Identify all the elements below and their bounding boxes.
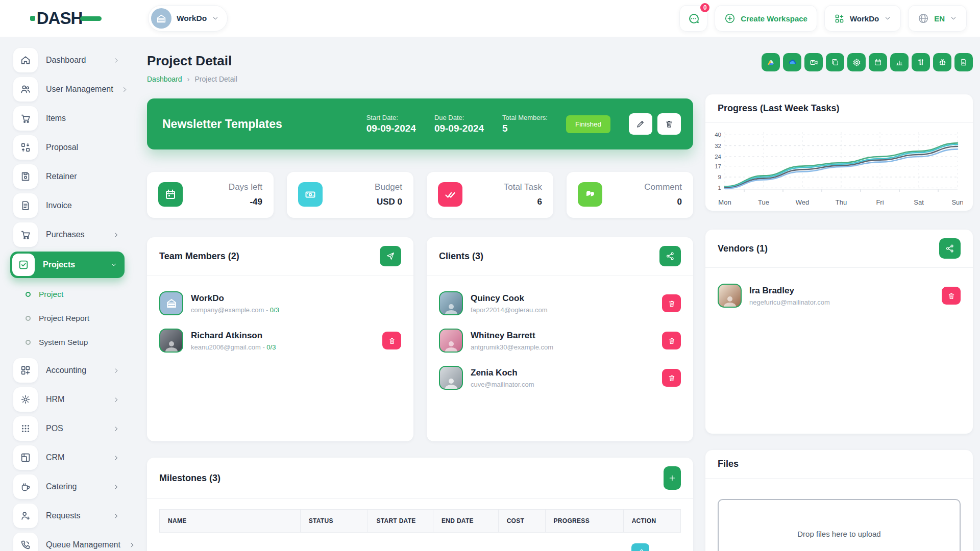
dots-grid-icon [13,416,38,441]
gantt-icon [917,58,925,66]
submenu-item-project-report[interactable]: Project Report [20,306,119,330]
gear-icon [852,58,861,67]
messages-button[interactable]: 0 [679,5,707,32]
bug-report-button[interactable] [933,53,951,71]
invite-member-button[interactable] [380,246,401,266]
copy-button[interactable] [826,53,844,71]
chevron-right-icon [113,484,119,490]
milestone-start-date: 2025-09-27 [368,533,433,551]
submenu-item-system-setup[interactable]: System Setup [20,330,119,354]
milestone-progress: 83% [545,533,623,551]
svg-text:9: 9 [718,174,721,180]
sidebar-item-hrm[interactable]: HRM [13,387,119,412]
workspace-menu-button[interactable]: WorkDo [824,5,901,32]
create-workspace-button[interactable]: Create Workspace [715,5,817,32]
project-status-badge: Finished [566,115,610,133]
target-icon [13,387,38,412]
onedrive-button[interactable] [783,53,801,71]
member-name: WorkDo [191,293,401,304]
delete-client-button[interactable] [662,294,681,312]
stat-card-days-left: Days left -49 [147,172,274,218]
share-vendors-button[interactable] [939,238,961,259]
workspace-switcher[interactable]: WorkDo [148,5,228,32]
calendar-button[interactable] [869,53,887,71]
file-report-icon [960,58,968,66]
share-clients-button[interactable] [659,246,681,266]
edit-project-button[interactable] [629,113,652,135]
milestones-panel: Milestones (3) NAME STATUS START DATE [147,458,693,551]
sidebar-item-pos[interactable]: POS [13,416,119,441]
main-content: Project Detail Dashboard › Project Detai… [132,37,980,551]
sidebar-item-accounting[interactable]: Accounting [13,358,119,383]
breadcrumb-dashboard-link[interactable]: Dashboard [147,75,182,83]
chevron-right-icon [113,57,119,64]
submenu-item-project[interactable]: Project [20,282,119,306]
chevron-down-icon [950,15,957,22]
sidebar-item-purchases[interactable]: Purchases [13,222,119,247]
member-email: company@example.com - 0/3 [191,306,401,314]
avatar [439,291,463,315]
svg-text:Sun: Sun [951,198,963,206]
avatar [159,291,183,315]
client-row: Quincy Cook fapor22014@oglerau.com [439,285,681,322]
report-file-button[interactable] [954,53,973,71]
stat-card-total-task: Total Task 6 [427,172,553,218]
delete-client-button[interactable] [662,332,681,349]
breadcrumb: Dashboard › Project Detail [147,74,693,83]
building-icon [156,13,167,24]
language-selector[interactable]: EN [908,5,967,32]
delete-project-button[interactable] [657,113,681,135]
delete-member-button[interactable] [382,332,401,349]
analytics-button[interactable] [890,53,909,71]
share-icon [945,244,954,253]
progress-chart: 4032241791MonTueWedThuFriSatSun [707,127,963,209]
workspace-menu-label: WorkDo [850,14,879,23]
edit-milestone-button[interactable] [631,543,649,551]
total-members-value: 5 [502,123,548,134]
sidebar-item-dashboard[interactable]: Dashboard [13,48,119,72]
coffee-icon [13,474,38,499]
logo-text: DASH [37,9,83,28]
client-row: Zenia Koch cuve@mailinator.com [439,359,681,396]
sidebar-item-projects[interactable]: Projects [10,252,125,278]
sidebar-item-crm[interactable]: CRM [13,445,119,470]
sidebar-item-requests[interactable]: Requests [13,504,119,528]
stat-label: Comment [644,182,682,192]
plus-icon [668,474,676,482]
total-members-label: Total Members: [502,114,548,121]
svg-text:1: 1 [718,185,721,191]
chat-bubble-icon [687,12,700,25]
video-call-button[interactable] [804,53,823,71]
clients-panel: Clients (3) Quincy Cook fapor22014@ogler… [427,237,693,441]
trash-icon [947,292,955,300]
paper-plane-icon [386,252,395,261]
sidebar-item-invoice[interactable]: Invoice [13,193,119,218]
sidebar-item-items[interactable]: Items [13,106,119,131]
notification-badge: 0 [699,2,710,13]
project-title: Newsletter Templates [162,117,348,131]
sidebar-item-retainer[interactable]: Retainer [13,164,119,189]
delete-vendor-button[interactable] [942,287,961,305]
svg-text:Tue: Tue [758,198,769,206]
trash-icon [668,337,676,345]
file-dropzone[interactable]: Drop files here to upload [718,499,961,551]
google-drive-button[interactable] [762,53,780,71]
sidebar-item-proposal[interactable]: Proposal [13,135,119,160]
stat-value: -49 [229,197,262,207]
sidebar-item-catering[interactable]: Catering [13,474,119,499]
member-row: Richard Atkinson keanu2006@gmail.com - 0… [159,322,401,359]
check-square-icon [12,254,35,276]
svg-text:17: 17 [715,163,721,169]
delete-client-button[interactable] [662,369,681,387]
gantt-button[interactable] [912,53,930,71]
trash-icon [388,337,396,345]
settings-button[interactable] [847,53,866,71]
grid-plus-icon [834,13,845,24]
sidebar-item-user-management[interactable]: User Management [13,77,119,102]
sidebar-item-queue-management[interactable]: Queue Management [13,533,119,551]
col-header-start-date: START DATE [368,510,433,533]
project-card-actions [629,113,681,135]
globe-icon [918,13,929,24]
trash-icon [665,119,674,129]
add-milestone-button[interactable] [664,466,681,490]
